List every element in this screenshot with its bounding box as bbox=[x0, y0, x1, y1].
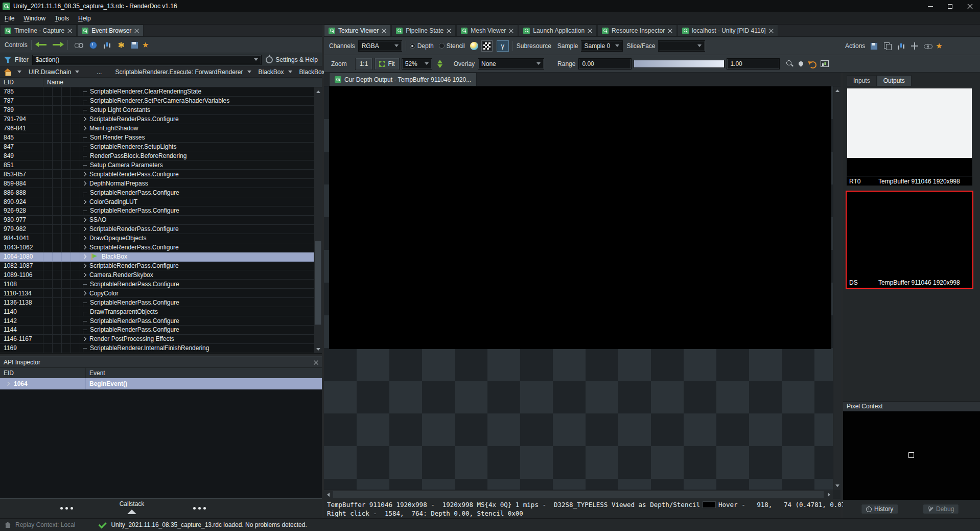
event-row[interactable]: 853-857ScriptableRenderPass.Configure bbox=[0, 170, 314, 179]
texture-horizontal-scrollbar[interactable] bbox=[324, 490, 833, 499]
expand-chevron-icon[interactable] bbox=[82, 245, 86, 249]
breadcrumb-item[interactable]: UIR.DrawChain bbox=[29, 68, 71, 76]
breadcrumb-item[interactable]: ... bbox=[97, 68, 102, 76]
expand-chevron-icon[interactable] bbox=[82, 181, 86, 185]
flip-y-icon[interactable] bbox=[437, 60, 442, 68]
scroll-up-button[interactable] bbox=[833, 86, 842, 95]
event-row[interactable]: 859-884DepthNormalPrepass bbox=[0, 179, 314, 188]
step-back-icon[interactable] bbox=[38, 44, 46, 45]
chevron-down-icon[interactable] bbox=[75, 71, 79, 73]
find-event-icon[interactable] bbox=[74, 41, 83, 49]
event-row[interactable]: 1089-1106Camera.RenderSkybox bbox=[0, 270, 314, 280]
expand-chevron-icon[interactable] bbox=[82, 126, 86, 130]
filter-input[interactable]: $action() bbox=[32, 55, 262, 65]
menu-window[interactable]: Window bbox=[19, 13, 50, 24]
texture-viewport[interactable] bbox=[324, 86, 833, 490]
event-row[interactable]: 1142ScriptableRenderPass.Configure bbox=[0, 316, 314, 326]
event-row[interactable]: 789Setup Light Constants bbox=[0, 106, 314, 115]
event-row[interactable]: 791-794ScriptableRenderPass.Configure bbox=[0, 115, 314, 124]
column-header-eid[interactable]: EID bbox=[0, 78, 43, 87]
close-tab-icon[interactable] bbox=[382, 29, 386, 33]
rt0-thumbnail[interactable] bbox=[847, 88, 972, 177]
tab-outputs[interactable]: Outputs bbox=[877, 75, 912, 86]
minimize-button[interactable] bbox=[920, 0, 940, 12]
expand-chevron-icon[interactable] bbox=[82, 172, 86, 176]
expand-chevron-icon[interactable] bbox=[82, 218, 86, 222]
depth-label[interactable]: Depth bbox=[417, 42, 434, 50]
open-new-tab-icon[interactable] bbox=[883, 42, 892, 50]
event-row[interactable]: 930-977SSAO bbox=[0, 216, 314, 225]
close-tab-icon[interactable] bbox=[134, 29, 139, 33]
custom-shader-icon[interactable]: ★ bbox=[935, 42, 943, 50]
range-min-input[interactable]: 0.00 bbox=[578, 58, 632, 70]
event-row[interactable]: 1110-1134CopyColor bbox=[0, 289, 314, 298]
tab-localhost-unity-pid-4116-[interactable]: localhost - Unity [PID 4116] bbox=[678, 25, 778, 36]
replay-context-icon[interactable] bbox=[5, 522, 11, 528]
event-row[interactable]: 886-888ScriptableRenderPass.Configure bbox=[0, 188, 314, 197]
tab-timeline-capture[interactable]: Timeline - Capture bbox=[0, 25, 77, 36]
expand-chevron-icon[interactable] bbox=[82, 236, 86, 240]
tab-launch-application[interactable]: Launch Application bbox=[519, 25, 597, 36]
ds-thumbnail-selected[interactable]: DS TempBuffer 911046 1920x998 bbox=[846, 191, 973, 289]
pixel-context-view[interactable] bbox=[843, 411, 980, 500]
fit-button[interactable]: Fit bbox=[375, 58, 399, 70]
event-row[interactable]: 845Sort Render Passes bbox=[0, 133, 314, 143]
event-row[interactable]: 785ScriptableRenderer.ClearRenderingStat… bbox=[0, 87, 314, 97]
tab-mesh-viewer[interactable]: Mesh Viewer bbox=[456, 25, 518, 36]
expand-chevron-icon[interactable] bbox=[82, 291, 86, 295]
chevron-down-icon[interactable] bbox=[17, 71, 21, 73]
event-row[interactable]: 1146-1167Render PostProcessing Effects bbox=[0, 335, 314, 344]
sample-select[interactable]: Sample 0 bbox=[581, 40, 623, 52]
scroll-left-button[interactable] bbox=[324, 490, 332, 499]
close-tab-icon[interactable] bbox=[769, 29, 774, 33]
api-event-row[interactable]: 1064 BeginEvent() bbox=[0, 378, 322, 389]
reset-range-icon[interactable] bbox=[808, 60, 816, 68]
event-row[interactable]: 1108ScriptableRenderPass.Configure bbox=[0, 280, 314, 289]
menu-help[interactable]: Help bbox=[74, 13, 96, 24]
event-row[interactable]: 1169ScriptableRenderer.InternalFinishRen… bbox=[0, 344, 314, 353]
close-tab-icon[interactable] bbox=[588, 29, 592, 33]
chevron-down-icon[interactable] bbox=[288, 71, 292, 73]
breadcrumb-item[interactable]: ScriptableRenderer.Execute: ForwardRende… bbox=[115, 68, 243, 76]
event-row[interactable]: 984-1041DrawOpaqueObjects bbox=[0, 234, 314, 243]
close-tab-icon[interactable] bbox=[447, 29, 451, 33]
tab-resource-inspector[interactable]: Resource Inspector bbox=[597, 25, 677, 36]
export-icon[interactable] bbox=[130, 41, 139, 49]
expand-chevron-icon[interactable] bbox=[82, 264, 86, 268]
scroll-down-button[interactable] bbox=[833, 481, 842, 490]
overlay-select[interactable]: None bbox=[478, 58, 544, 70]
close-button[interactable] bbox=[960, 0, 980, 12]
zoom-range-icon[interactable] bbox=[786, 60, 794, 68]
scrollbar-thumb[interactable] bbox=[333, 491, 824, 498]
chevron-down-icon[interactable] bbox=[254, 58, 258, 61]
close-tab-icon[interactable] bbox=[668, 29, 672, 33]
event-row[interactable]: 847ScriptableRenderer.SetupLights bbox=[0, 143, 314, 152]
column-header-name[interactable]: Name bbox=[43, 78, 63, 87]
goto-location-icon[interactable] bbox=[911, 42, 920, 50]
event-row[interactable]: 1043-1062ScriptableRenderPass.Configure bbox=[0, 243, 314, 252]
event-row[interactable]: 1136-1138ScriptableRenderPass.Configure bbox=[0, 298, 314, 307]
statistics-icon[interactable] bbox=[103, 41, 112, 49]
stencil-radio[interactable] bbox=[439, 43, 445, 49]
event-scrollbar[interactable] bbox=[314, 87, 322, 353]
event-row[interactable]: 1082-1087ScriptableRenderPass.Configure bbox=[0, 262, 314, 271]
bookmark-icon[interactable] bbox=[117, 41, 125, 49]
range-gradient-slider[interactable] bbox=[634, 60, 725, 68]
event-row[interactable]: 787ScriptableRenderer.SetPerCameraShader… bbox=[0, 97, 314, 106]
close-panel-icon[interactable] bbox=[314, 360, 318, 365]
autofit-picker-icon[interactable] bbox=[797, 60, 805, 68]
slice-face-select[interactable] bbox=[658, 40, 705, 52]
histogram-icon[interactable] bbox=[821, 60, 829, 67]
filter-settings-icon[interactable]: ★ bbox=[142, 41, 150, 49]
scrollbar-thumb[interactable] bbox=[315, 241, 321, 325]
expand-chevron-icon[interactable] bbox=[82, 337, 86, 341]
debug-button[interactable]: Debug bbox=[923, 504, 959, 514]
event-row[interactable]: 849RenderPassBlock.BeforeRendering bbox=[0, 151, 314, 160]
maximize-button[interactable] bbox=[940, 0, 960, 12]
event-row[interactable]: 1144ScriptableRenderPass.Configure bbox=[0, 326, 314, 335]
breadcrumb-item[interactable]: BlackBox bbox=[259, 68, 284, 76]
expand-chevron-icon[interactable] bbox=[82, 255, 86, 259]
tab-pipeline-state[interactable]: Pipeline State bbox=[391, 25, 456, 36]
expand-chevron-icon[interactable] bbox=[6, 382, 10, 386]
drag-handle-dots[interactable] bbox=[193, 507, 206, 510]
